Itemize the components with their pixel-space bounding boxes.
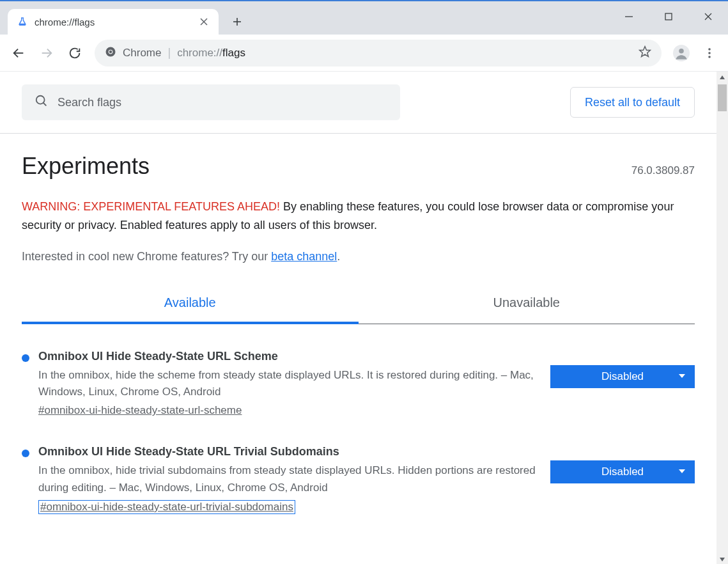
tabs-row: Available Unavailable (22, 284, 695, 324)
reset-all-button[interactable]: Reset all to default (570, 87, 695, 118)
svg-rect-1 (665, 13, 672, 20)
flag-title: Omnibox UI Hide Steady-State URL Scheme (38, 350, 536, 363)
flask-icon (17, 16, 28, 27)
page-title: Experiments (22, 153, 150, 180)
flag-title: Omnibox UI Hide Steady-State URL Trivial… (38, 445, 536, 458)
window-minimize-button[interactable] (609, 4, 649, 29)
tab-title: chrome://flags (35, 17, 192, 27)
profile-button[interactable] (669, 41, 693, 65)
window-controls (609, 0, 728, 33)
reload-button[interactable] (63, 41, 87, 65)
page-scrollbar[interactable] (716, 72, 728, 564)
svg-point-16 (708, 48, 711, 51)
back-button[interactable] (6, 41, 31, 65)
svg-marker-24 (679, 469, 685, 473)
beta-channel-link[interactable]: beta channel (271, 250, 337, 263)
flag-anchor-link[interactable]: #omnibox-ui-hide-steady-state-url-trivia… (38, 500, 295, 514)
flag-description: In the omnibox, hide trivial subdomains … (38, 462, 536, 496)
flag-item: Omnibox UI Hide Steady-State URL Scheme … (22, 350, 695, 446)
star-icon[interactable] (639, 45, 651, 61)
flag-select-value: Disabled (601, 466, 644, 478)
chevron-down-icon (678, 370, 686, 383)
svg-point-18 (708, 56, 711, 58)
chevron-down-icon (678, 466, 686, 478)
svg-line-22 (43, 102, 47, 106)
svg-marker-23 (679, 374, 685, 378)
window-maximize-button[interactable] (649, 4, 688, 29)
forward-button[interactable] (35, 41, 59, 65)
svg-point-21 (36, 95, 45, 104)
search-icon (35, 94, 49, 111)
tab-close-button[interactable] (198, 16, 210, 27)
flag-select-value: Disabled (601, 370, 644, 383)
origin-label: Chrome (123, 47, 161, 59)
menu-button[interactable] (697, 41, 722, 65)
beta-line: Interested in cool new Chrome features? … (22, 250, 695, 263)
page-content: Search flags Reset all to default Experi… (0, 72, 716, 549)
scroll-up-arrow[interactable] (716, 72, 728, 83)
browser-toolbar: Chrome | chrome://flags (0, 35, 728, 72)
svg-point-17 (708, 52, 711, 54)
tab-unavailable[interactable]: Unavailable (359, 284, 695, 324)
flag-anchor-link[interactable]: #omnibox-ui-hide-steady-state-url-scheme (38, 404, 242, 417)
new-tab-button[interactable] (226, 11, 248, 33)
svg-point-15 (679, 48, 684, 53)
url-text: chrome://flags (177, 47, 245, 59)
browser-chrome: chrome://flags (0, 0, 728, 35)
flag-item: Omnibox UI Hide Steady-State URL Trivial… (22, 445, 695, 542)
search-placeholder: Search flags (58, 96, 121, 109)
window-close-button[interactable] (688, 4, 728, 29)
address-bar[interactable]: Chrome | chrome://flags (95, 40, 662, 67)
omnibox-separator: | (167, 46, 171, 59)
version-text: 76.0.3809.87 (631, 164, 695, 177)
warning-text: WARNING: EXPERIMENTAL FEATURES AHEAD! By… (22, 198, 695, 235)
flag-description: In the omnibox, hide the scheme from ste… (38, 367, 536, 401)
flag-select[interactable]: Disabled (550, 365, 695, 388)
search-row: Search flags Reset all to default (0, 72, 716, 134)
chrome-icon (105, 46, 116, 60)
scroll-down-arrow[interactable] (716, 554, 728, 564)
flag-select[interactable]: Disabled (550, 460, 695, 483)
warning-prefix: WARNING: EXPERIMENTAL FEATURES AHEAD! (22, 200, 280, 213)
main-section: Experiments 76.0.3809.87 WARNING: EXPERI… (0, 134, 716, 549)
tab-available[interactable]: Available (22, 284, 359, 324)
search-flags-input[interactable]: Search flags (22, 84, 400, 120)
page-viewport: Search flags Reset all to default Experi… (0, 72, 728, 564)
browser-tab[interactable]: chrome://flags (8, 9, 219, 35)
svg-point-12 (109, 50, 112, 53)
status-dot-icon (22, 450, 29, 457)
svg-marker-19 (720, 75, 725, 79)
status-dot-icon (22, 354, 29, 362)
svg-marker-13 (640, 46, 651, 56)
scrollbar-thumb[interactable] (718, 84, 727, 111)
svg-marker-20 (720, 558, 725, 561)
